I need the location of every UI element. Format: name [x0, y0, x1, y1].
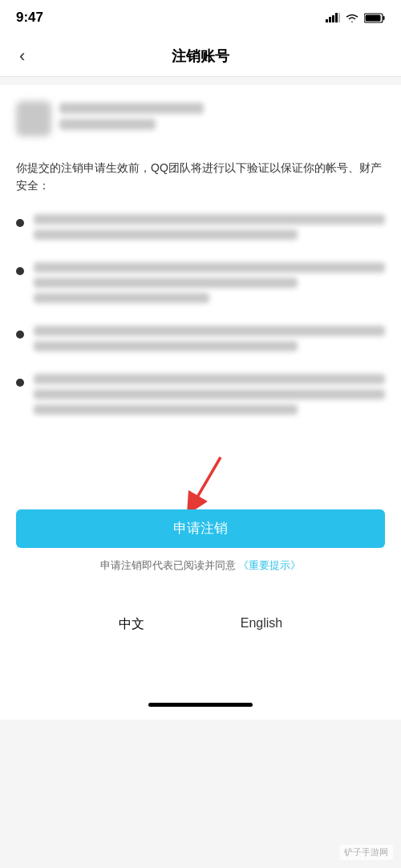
bullet-dot [16, 379, 24, 387]
status-icons [326, 13, 385, 23]
svg-rect-4 [338, 13, 340, 22]
status-time: 9:47 [16, 10, 43, 26]
svg-rect-2 [332, 15, 334, 22]
bottom-bar [0, 655, 401, 720]
svg-rect-7 [383, 16, 385, 20]
arrow-container [16, 453, 385, 509]
svg-rect-6 [366, 14, 381, 21]
bullet-dot [16, 331, 24, 339]
wifi-icon [345, 13, 359, 23]
bullet-list [16, 214, 385, 453]
watermark: 铲子手游网 [339, 845, 393, 860]
battery-icon [364, 13, 385, 23]
list-item [16, 214, 385, 245]
svg-rect-3 [335, 13, 338, 22]
list-item-content [34, 262, 385, 308]
svg-rect-1 [329, 17, 331, 22]
account-name-blur [59, 103, 204, 114]
main-content: 你提交的注销申请生效前，QQ团队将进行以下验证以保证你的帐号、财产安全： [0, 85, 401, 453]
page-title: 注销账号 [172, 47, 229, 66]
back-button[interactable]: ‹ [13, 39, 31, 73]
lang-english[interactable]: English [225, 610, 298, 639]
svg-line-8 [192, 457, 221, 505]
list-item [16, 326, 385, 356]
agreement-prefix: 申请注销即代表已阅读并同意 [100, 559, 239, 571]
description-text: 你提交的注销申请生效前，QQ团队将进行以下验证以保证你的帐号、财产安全： [16, 159, 385, 195]
account-info [59, 103, 385, 135]
account-id-blur [59, 119, 156, 130]
bullet-dot [16, 219, 24, 227]
list-item-content [34, 374, 385, 420]
agreement-link[interactable]: 《重要提示》 [238, 559, 301, 571]
account-row [16, 101, 385, 144]
red-arrow-icon [168, 453, 233, 517]
list-item [16, 262, 385, 308]
agreement-text: 申请注销即代表已阅读并同意 《重要提示》 [16, 558, 385, 574]
language-switcher: 中文 English [0, 602, 401, 655]
list-item-content [34, 326, 385, 356]
nav-bar: ‹ 注销账号 [0, 35, 401, 77]
avatar [16, 101, 51, 136]
lang-chinese[interactable]: 中文 [103, 610, 160, 639]
apply-cancel-button[interactable]: 申请注销 [16, 509, 385, 548]
status-bar: 9:47 [0, 0, 401, 35]
signal-icon [326, 13, 340, 22]
button-area: 申请注销 申请注销即代表已阅读并同意 《重要提示》 [0, 453, 401, 602]
svg-rect-0 [326, 19, 328, 22]
list-item-content [34, 214, 385, 245]
bullet-dot [16, 267, 24, 275]
home-indicator [148, 703, 253, 707]
list-item [16, 374, 385, 420]
